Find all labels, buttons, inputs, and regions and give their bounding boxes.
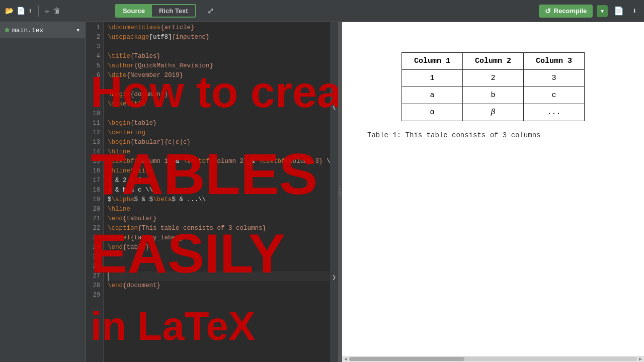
code-line: \end{table}	[108, 243, 334, 252]
delete-icon[interactable]: 🗑	[53, 7, 60, 15]
code-line	[108, 291, 334, 300]
line-number: 10	[89, 109, 100, 119]
code-line: \end{document}	[108, 281, 334, 291]
line-number: 22	[89, 224, 100, 233]
table-cell-alpha: α	[401, 104, 462, 121]
line-number: 15	[89, 157, 100, 166]
download-icon[interactable]: ⬇	[630, 4, 639, 18]
table-cell-ellipsis: ...	[524, 104, 585, 121]
code-line	[108, 272, 334, 281]
line-number: 17	[89, 176, 100, 186]
new-file-icon[interactable]: 📄	[17, 7, 25, 15]
table-cell: c	[524, 87, 585, 104]
line-number: 28	[89, 281, 100, 291]
line-number: 25	[89, 252, 100, 262]
arrow-right-top[interactable]: ❯	[331, 102, 337, 113]
recompile-label: Recompile	[554, 7, 587, 15]
file-status-dot	[5, 28, 9, 32]
edit-icon[interactable]: ✏	[45, 7, 49, 15]
line-numbers: 1234567891011121314151617181920212223242…	[86, 22, 104, 362]
recompile-dropdown-button[interactable]: ▾	[597, 5, 608, 17]
panel-divider[interactable]	[338, 22, 342, 362]
line-number: 9	[89, 100, 100, 109]
file-toolbar-icons: 📂 📄 ⬆	[5, 7, 32, 15]
scroll-right-arrow[interactable]: ▶	[637, 356, 644, 362]
table-cell: 3	[524, 70, 585, 87]
rich-text-button[interactable]: Rich Text	[152, 5, 195, 17]
code-line: 1 & 2 & 3 \\	[108, 176, 334, 186]
preview-scrollbar[interactable]: ◀ ▶	[342, 356, 644, 362]
sidebar-arrow-icon[interactable]: ▾	[76, 26, 80, 34]
table-row: a b c	[401, 87, 584, 104]
line-number: 18	[89, 186, 100, 195]
main-area: main.tex ▾ 12345678910111213141516171819…	[0, 22, 644, 362]
code-line: \maketitle	[108, 100, 334, 109]
line-number: 1	[89, 23, 100, 33]
source-rich-toggle: Source Rich Text	[115, 4, 196, 18]
sidebar-file-item[interactable]: main.tex ▾	[0, 22, 85, 38]
line-number: 3	[89, 42, 100, 52]
line-number: 6	[89, 71, 100, 80]
code-line: \begin{table}	[108, 119, 334, 128]
scroll-thumb	[349, 357, 464, 361]
code-line: \author{QuickMaths_Revision}	[108, 61, 334, 71]
divider-1	[38, 6, 39, 17]
expand-icon[interactable]: ⤢	[205, 4, 216, 18]
scroll-track	[349, 357, 637, 361]
code-area[interactable]: \documentclass{article}\usepackage[utf8]…	[104, 22, 338, 362]
code-line: \hline\hline	[108, 166, 334, 176]
editor-content: 1234567891011121314151617181920212223242…	[86, 22, 338, 362]
line-number: 5	[89, 61, 100, 71]
table-cell: b	[462, 87, 523, 104]
code-line	[108, 109, 334, 119]
sidebar-file-name: main.tex	[12, 27, 43, 34]
code-line: \caption{This table consists of 3 column…	[108, 224, 334, 233]
code-line: \label{tab:my_label}	[108, 233, 334, 243]
editor-panel: 1234567891011121314151617181920212223242…	[86, 22, 338, 362]
line-number: 13	[89, 138, 100, 147]
code-line	[108, 252, 334, 262]
sidebar-file-left: main.tex	[5, 27, 43, 34]
code-line: \date{November 2019}	[108, 71, 334, 80]
code-line	[108, 42, 334, 52]
table-cell: 2	[462, 70, 523, 87]
code-line: \documentclass{article}	[108, 23, 334, 33]
line-number: 27	[89, 272, 100, 281]
recompile-button[interactable]: ↺ Recompile	[539, 5, 593, 18]
source-button[interactable]: Source	[116, 5, 152, 17]
preview-content: Column 1 Column 2 Column 3 1 2 3 a b c	[342, 22, 644, 159]
code-line: \begin{document}	[108, 90, 334, 100]
line-number: 14	[89, 147, 100, 157]
line-number: 4	[89, 52, 100, 61]
table-row: α β ...	[401, 104, 584, 121]
code-line	[108, 262, 334, 272]
table-row: 1 2 3	[401, 70, 584, 87]
arrow-right-mid[interactable]: ❯	[331, 272, 337, 283]
line-number: 16	[89, 166, 100, 176]
code-line	[108, 80, 334, 90]
table-cell: a	[401, 87, 462, 104]
save-icon[interactable]: 📄	[612, 4, 626, 18]
upload-icon[interactable]: ⬆	[28, 7, 32, 15]
folder-open-icon[interactable]: 📂	[5, 7, 14, 15]
table-header-col1: Column 1	[401, 53, 462, 70]
scroll-left-arrow[interactable]: ◀	[342, 356, 349, 362]
table-header-col2: Column 2	[462, 53, 523, 70]
sidebar: main.tex ▾	[0, 22, 86, 362]
toolbar: 📂 📄 ⬆ ✏ 🗑 Source Rich Text ⤢ ↺ Recompile…	[0, 0, 644, 22]
code-line: \usepackage[utf8]{inputenc}	[108, 33, 334, 42]
line-number: 2	[89, 33, 100, 42]
latex-table: Column 1 Column 2 Column 3 1 2 3 a b c	[401, 52, 585, 121]
code-line: \hline	[108, 147, 334, 157]
table-cell: 1	[401, 70, 462, 87]
line-number: 12	[89, 128, 100, 138]
preview-panel: Column 1 Column 2 Column 3 1 2 3 a b c	[342, 22, 644, 362]
line-number: 7	[89, 80, 100, 90]
table-caption: Table 1: This table consists of 3 column…	[367, 131, 619, 139]
table-header-row: Column 1 Column 2 Column 3	[401, 53, 584, 70]
code-line: \begin{tabular}{c|c|c}	[108, 138, 334, 147]
table-cell-beta: β	[462, 104, 523, 121]
code-line: \centering	[108, 128, 334, 138]
code-line: $\alpha$ & $\beta$ & ...\\	[108, 195, 334, 205]
line-number: 8	[89, 90, 100, 100]
